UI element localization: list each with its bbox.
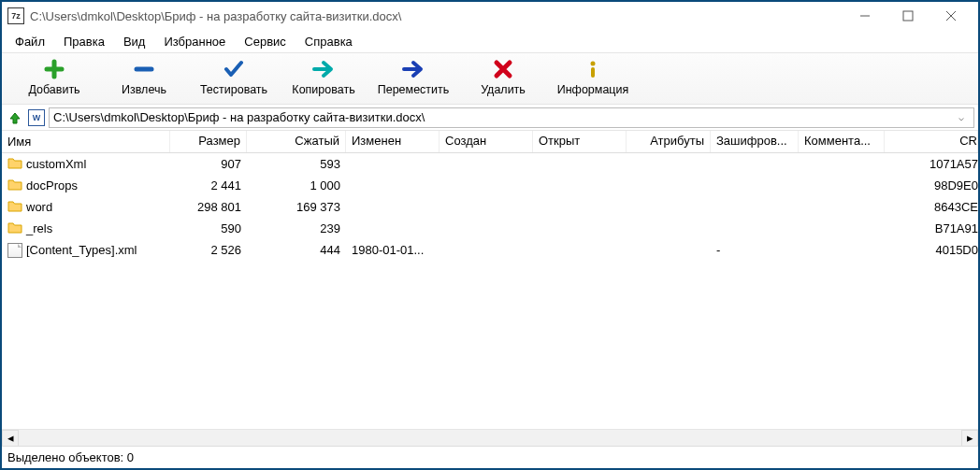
menu-bar: ФайлПравкаВидИзбранноеСервисСправка (2, 30, 978, 52)
status-text: Выделено объектов: 0 (7, 450, 134, 464)
x-icon (492, 59, 514, 79)
col-name[interactable]: Имя (2, 131, 170, 152)
cell-encrypted (711, 227, 799, 231)
add-button[interactable]: Добавить (9, 57, 99, 98)
scroll-right-icon[interactable]: ▸ (961, 430, 978, 447)
menu-вид[interactable]: Вид (114, 32, 155, 51)
table-row[interactable]: customXml9075931071A57 (2, 153, 978, 175)
col-encrypted[interactable]: Зашифров... (711, 131, 799, 152)
cell-name: word (2, 197, 170, 217)
folder-icon (7, 178, 22, 193)
cell-created (440, 206, 533, 209)
cell-accessed (533, 184, 627, 188)
cell-modified (346, 163, 440, 166)
table-row[interactable]: [Content_Types].xml2 5264441980-01-01...… (2, 239, 978, 261)
cell-accessed (533, 249, 627, 252)
move-button[interactable]: Переместить (368, 57, 458, 98)
file-rows: customXml9075931071A57docProps2 4411 000… (2, 153, 978, 429)
cell-packed: 593 (247, 155, 346, 173)
scroll-track[interactable] (19, 430, 961, 447)
cell-name: customXml (2, 154, 170, 174)
address-dropdown-icon[interactable]: ⌵ (953, 112, 970, 122)
col-created[interactable]: Создан (440, 131, 533, 152)
cell-created (440, 184, 533, 188)
col-crc[interactable]: CR (885, 131, 978, 152)
cell-modified: 1980-01-01... (346, 241, 440, 259)
file-icon (7, 243, 22, 258)
col-accessed[interactable]: Открыт (533, 131, 627, 152)
close-button[interactable] (930, 2, 973, 30)
cell-crc: 8643CE (885, 198, 978, 216)
tool-label: Удалить (481, 83, 526, 96)
cell-packed: 1 000 (247, 177, 346, 194)
title-bar: 7z C:\Users\dmkol\Desktop\Бриф - на разр… (2, 2, 978, 30)
col-comment[interactable]: Коммента... (799, 131, 885, 152)
cell-modified (346, 227, 440, 231)
toolbar: ДобавитьИзвлечьТестироватьКопироватьПере… (2, 52, 978, 105)
cell-packed: 239 (247, 220, 346, 237)
col-size[interactable]: Размер (170, 131, 247, 152)
address-input[interactable]: C:\Users\dmkol\Desktop\Бриф - на разрабо… (49, 107, 974, 128)
cell-accessed (533, 227, 627, 231)
column-headers: Имя Размер Сжатый Изменен Создан Открыт … (2, 131, 978, 153)
table-row[interactable]: _rels590239B71A91 (2, 218, 978, 239)
cell-size: 2 526 (170, 241, 247, 259)
tool-label: Извлечь (122, 83, 166, 96)
cell-comment (799, 184, 885, 188)
cell-size: 590 (170, 220, 247, 237)
table-row[interactable]: docProps2 4411 00098D9E0 (2, 175, 978, 196)
word-doc-icon: W (28, 109, 45, 126)
cell-packed: 169 373 (247, 198, 346, 216)
col-modified[interactable]: Изменен (346, 131, 440, 152)
folder-icon (7, 199, 22, 215)
cell-crc: 98D9E0 (885, 177, 978, 194)
cell-size: 298 801 (170, 198, 247, 216)
extract-button[interactable]: Извлечь (99, 57, 189, 98)
status-bar: Выделено объектов: 0 (2, 446, 978, 468)
svg-point-4 (591, 62, 596, 66)
delete-button[interactable]: Удалить (458, 57, 548, 98)
horizontal-scrollbar[interactable]: ◂ ▸ (2, 429, 978, 446)
folder-icon (7, 221, 22, 236)
cell-modified (346, 184, 440, 188)
menu-избранное[interactable]: Избранное (154, 32, 235, 51)
copy-button[interactable]: Копировать (279, 57, 368, 98)
address-text: C:\Users\dmkol\Desktop\Бриф - на разрабо… (53, 110, 953, 124)
arrow-right-teal-icon (312, 59, 335, 79)
svg-rect-5 (591, 67, 595, 78)
cell-created (440, 163, 533, 166)
cell-attr (627, 249, 711, 252)
plus-icon (43, 59, 65, 79)
cell-encrypted (711, 184, 799, 188)
menu-правка[interactable]: Правка (54, 32, 114, 51)
menu-сервис[interactable]: Сервис (235, 32, 295, 51)
cell-encrypted (711, 206, 799, 209)
test-button[interactable]: Тестировать (189, 57, 279, 98)
tool-label: Переместить (378, 83, 450, 96)
folder-icon (7, 156, 22, 172)
cell-crc: B71A91 (885, 220, 978, 237)
table-row[interactable]: word298 801169 3738643CE (2, 196, 978, 218)
maximize-button[interactable] (886, 2, 930, 30)
cell-comment (799, 227, 885, 231)
menu-файл[interactable]: Файл (6, 32, 54, 51)
cell-encrypted (711, 163, 799, 166)
address-bar: W C:\Users\dmkol\Desktop\Бриф - на разра… (2, 105, 978, 131)
cell-attr (627, 206, 711, 209)
menu-справка[interactable]: Справка (295, 32, 362, 51)
cell-encrypted: - (711, 241, 799, 259)
cell-accessed (533, 206, 627, 209)
minimize-button[interactable] (843, 2, 886, 30)
up-button[interactable] (6, 108, 24, 127)
info-button[interactable]: Информация (548, 57, 638, 98)
cell-name: _rels (2, 219, 170, 238)
col-packed[interactable]: Сжатый (247, 131, 346, 152)
cell-size: 2 441 (170, 177, 247, 194)
scroll-left-icon[interactable]: ◂ (2, 430, 19, 447)
window-title: C:\Users\dmkol\Desktop\Бриф - на разрабо… (30, 9, 843, 23)
window-controls (843, 2, 973, 30)
arrow-right-blue-icon (402, 59, 425, 79)
cell-created (440, 249, 533, 252)
col-attributes[interactable]: Атрибуты (627, 131, 711, 152)
svg-rect-1 (903, 11, 913, 21)
